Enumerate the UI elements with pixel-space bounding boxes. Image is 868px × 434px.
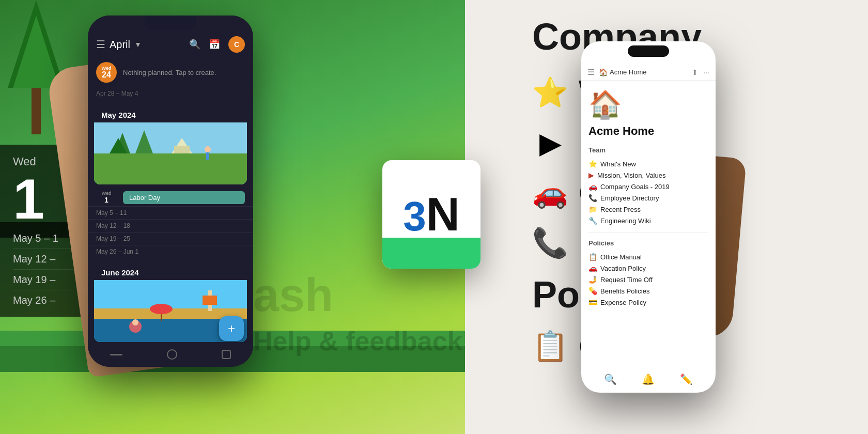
- logo-number: 3: [403, 193, 426, 239]
- notion-policy-emoji-0: 📋: [588, 253, 597, 261]
- nav-back-icon: [110, 354, 122, 355]
- cal-today-num: 24: [102, 71, 111, 79]
- notion-policy-expense[interactable]: 💳 Expense Policy: [588, 297, 708, 308]
- cal-may-header: May 2024: [94, 104, 247, 122]
- right-policies-emoji-0: 📋: [532, 329, 568, 363]
- logo-card: 3N: [382, 160, 481, 269]
- notion-page-title: Acme Home: [610, 68, 647, 76]
- svg-rect-13: [203, 296, 217, 305]
- notion-heading-emoji: 🏠: [588, 89, 708, 120]
- notion-policy-manual[interactable]: 📋 Office Manual: [588, 251, 708, 262]
- notion-item-emoji-2: 🚗: [588, 182, 597, 191]
- center-ash-text: ash: [253, 269, 333, 322]
- notion-compose-icon[interactable]: ✏️: [680, 373, 693, 385]
- notion-policy-emoji-1: 🚗: [588, 264, 597, 272]
- notion-policy-emoji-3: 💊: [588, 287, 597, 295]
- cal-labor-day-num: 1: [104, 196, 109, 204]
- right-item-3-emoji: 📞: [532, 226, 568, 260]
- cal-header-left: ☰ April ▼: [96, 38, 142, 51]
- notion-item-goals[interactable]: 🚗 Company Goals - 2019: [588, 181, 708, 192]
- svg-point-17: [150, 304, 173, 314]
- cal-month-label: April: [110, 39, 130, 51]
- cal-labor-row: Wed 1 Labor Day: [88, 189, 253, 206]
- notion-policy-text-4: Expense Policy: [600, 299, 646, 306]
- notion-punch-hole: [628, 45, 669, 57]
- phone2-frame: ☰ 🏠 Acme Home ⬆ ··· 🏠 Acme Home Team ⭐ W…: [581, 41, 716, 393]
- calendar-icon[interactable]: 📅: [209, 39, 220, 50]
- cal-labor-date: Wed 1: [96, 191, 117, 204]
- logo-inner: 3N: [403, 188, 460, 241]
- notion-policy-text-0: Office Manual: [600, 253, 642, 261]
- cal-week-line-2: May 12 – 18: [88, 219, 253, 232]
- nav-home-icon: [167, 349, 177, 360]
- notion-item-text-0: What's New: [600, 160, 636, 168]
- notion-bottombar: 🔍 🔔 ✏️: [581, 365, 716, 393]
- notion-item-emoji-3: 📞: [588, 194, 597, 202]
- phone1-notch: [145, 16, 196, 30]
- notion-topbar: ☰ 🏠 Acme Home ⬆ ···: [581, 64, 716, 81]
- notion-item-emoji-4: 📁: [588, 205, 597, 213]
- notion-topbar-actions: ⬆ ···: [692, 68, 709, 76]
- cal-today-row: Wed 24 Nothing planned. Tap to create.: [88, 58, 253, 87]
- notion-policy-emoji-2: 🤳: [588, 275, 597, 284]
- notion-breadcrumb: 🏠 Acme Home: [599, 68, 688, 76]
- search-icon[interactable]: 🔍: [189, 39, 200, 50]
- may-svg: [94, 122, 247, 184]
- notion-menu-icon[interactable]: ☰: [587, 67, 595, 77]
- cal-today-badge: Wed 24: [96, 62, 117, 83]
- notion-policy-text-2: Request Time Off: [600, 276, 653, 284]
- notion-item-emoji-0: ⭐: [588, 160, 597, 168]
- phone1-screen: ☰ April ▼ 🔍 📅 C Wed 24 Nothing planned. …: [88, 16, 253, 367]
- notion-item-whats-new[interactable]: ⭐ What's New: [588, 158, 708, 169]
- user-avatar[interactable]: C: [228, 36, 245, 53]
- notion-more-icon[interactable]: ···: [703, 68, 709, 76]
- phone1-navbar: [88, 342, 253, 367]
- notion-policy-timeoff[interactable]: 🤳 Request Time Off: [588, 274, 708, 285]
- phone1-frame: ☰ April ▼ 🔍 📅 C Wed 24 Nothing planned. …: [88, 16, 253, 367]
- svg-point-7: [205, 146, 211, 152]
- svg-point-15: [132, 319, 138, 326]
- notion-team-section: Team: [588, 146, 708, 154]
- notion-bell-icon[interactable]: 🔔: [642, 373, 655, 385]
- cal-may-scene: [94, 122, 247, 184]
- cal-labor-day-name: Wed: [102, 191, 111, 196]
- notion-item-text-1: Mission, Vision, Values: [597, 172, 665, 179]
- notion-policy-text-1: Vacation Policy: [600, 265, 646, 272]
- notion-item-wiki[interactable]: 🔧 Engineering Wiki: [588, 215, 708, 226]
- cal-may-block: May 2024: [94, 104, 247, 184]
- notion-heading: Acme Home: [588, 125, 708, 138]
- notion-statusbar: [581, 41, 716, 64]
- notion-divider: [588, 233, 708, 233]
- cal-dropdown-icon: ▼: [134, 40, 142, 49]
- notion-item-text-2: Company Goals - 2019: [600, 183, 670, 191]
- notion-item-emoji-5: 🔧: [588, 216, 597, 225]
- right-item-0-emoji: ⭐: [532, 75, 568, 110]
- right-item-1-emoji: ▶: [532, 126, 568, 160]
- phone1-google-calendar: ☰ April ▼ 🔍 📅 C Wed 24 Nothing planned. …: [88, 16, 253, 367]
- notion-policy-vacation[interactable]: 🚗 Vacation Policy: [588, 262, 708, 274]
- add-event-fab[interactable]: +: [219, 316, 244, 341]
- cal-labor-event: Labor Day: [123, 191, 245, 204]
- notion-page-icon: 🏠: [599, 68, 608, 76]
- notion-policy-emoji-4: 💳: [588, 298, 597, 306]
- svg-rect-1: [94, 153, 247, 184]
- notion-content: 🏠 Acme Home Team ⭐ What's New ▶ Mission,…: [581, 81, 716, 365]
- cal-week-separator: Apr 28 – May 4: [88, 87, 253, 100]
- notion-share-icon[interactable]: ⬆: [692, 68, 698, 76]
- svg-rect-6: [174, 146, 190, 153]
- cal-week-line-4: May 26 – Jun 1: [88, 245, 253, 258]
- notion-item-press[interactable]: 📁 Recent Press: [588, 204, 708, 215]
- notion-screen: ☰ 🏠 Acme Home ⬆ ··· 🏠 Acme Home Team ⭐ W…: [581, 41, 716, 393]
- logo-letter: N: [426, 189, 460, 240]
- notion-item-text-3: Employee Directory: [600, 194, 659, 202]
- hamburger-icon: ☰: [96, 38, 105, 51]
- right-item-2-emoji: 🚗: [532, 176, 568, 210]
- notion-item-mission[interactable]: ▶ Mission, Vision, Values: [588, 169, 708, 181]
- notion-search-icon[interactable]: 🔍: [604, 373, 617, 385]
- notion-item-text-5: Engineering Wiki: [600, 217, 651, 225]
- notion-item-text-4: Recent Press: [600, 206, 641, 213]
- notion-item-directory[interactable]: 📞 Employee Directory: [588, 192, 708, 204]
- notion-policy-benefits[interactable]: 💊 Benefits Policies: [588, 285, 708, 297]
- center-help-text: Help & feedback: [253, 326, 462, 357]
- nav-recents-icon: [222, 350, 231, 359]
